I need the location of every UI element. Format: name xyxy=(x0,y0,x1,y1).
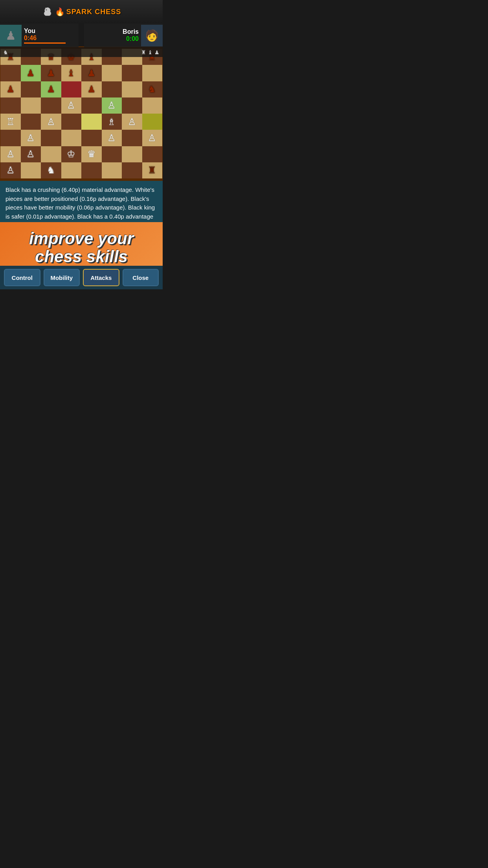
player-you-panel: ♟ You 0:46 xyxy=(0,24,79,47)
sq-h4[interactable] xyxy=(142,114,163,130)
captures-row: ♞ ♜ ♝ ♟ xyxy=(0,47,163,57)
sq-e5[interactable] xyxy=(81,97,102,114)
sq-h2[interactable] xyxy=(142,146,163,162)
sq-g5[interactable] xyxy=(122,97,142,114)
player-you-name: You xyxy=(24,28,76,35)
sq-e1[interactable] xyxy=(81,162,102,178)
player-boris-portrait: 🧑 xyxy=(145,29,159,42)
sq-f4[interactable]: ♗ xyxy=(102,114,122,130)
app-title: SPARK CHESS xyxy=(66,8,121,16)
close-button[interactable]: Close xyxy=(123,269,159,286)
sq-d7[interactable]: ♝ xyxy=(61,65,82,81)
sq-e2[interactable]: ♛ xyxy=(81,146,102,162)
sq-b3[interactable]: ♙ xyxy=(21,130,41,146)
sq-g2[interactable] xyxy=(122,146,142,162)
horse-logo-icon xyxy=(42,6,53,18)
sq-h1[interactable]: ♜ xyxy=(142,162,163,178)
logo-flame-icon: 🔥 xyxy=(55,7,65,17)
you-capture-icon: ♞ xyxy=(3,49,8,55)
promo-line2: chess skills xyxy=(29,248,134,266)
sq-c4[interactable]: ♙ xyxy=(41,114,61,130)
sq-g3[interactable] xyxy=(122,130,142,146)
player-boris-timer: 0:00 xyxy=(123,35,139,42)
sq-d6[interactable] xyxy=(61,81,82,97)
logo-area: 🔥 SPARK CHESS xyxy=(42,6,121,18)
app-title-text: SPARK CHESS xyxy=(66,8,121,16)
sq-h6[interactable]: ♞ xyxy=(142,81,163,97)
attacks-button[interactable]: Attacks xyxy=(83,269,119,286)
sq-d5[interactable]: ♙ xyxy=(61,97,82,114)
sq-a1[interactable]: ♙ xyxy=(0,162,21,178)
promo-line1: improve your xyxy=(29,230,134,248)
sq-d1[interactable] xyxy=(61,162,82,178)
sq-g7[interactable] xyxy=(122,65,142,81)
bottom-buttons: Control Mobility Attacks Close xyxy=(0,266,163,289)
sq-a3[interactable] xyxy=(0,130,21,146)
control-button[interactable]: Control xyxy=(4,269,40,286)
sq-b6[interactable] xyxy=(21,81,41,97)
sq-c2[interactable] xyxy=(41,146,61,162)
promo-text: improve your chess skills xyxy=(29,230,134,266)
sq-c6[interactable]: ♟ xyxy=(41,81,61,97)
boris-capture-icon: ♜ ♝ ♟ xyxy=(141,49,160,55)
sq-e6[interactable]: ♟ xyxy=(81,81,102,97)
sq-a2[interactable]: ♙ xyxy=(0,146,21,162)
sq-d2[interactable]: ♔ xyxy=(61,146,82,162)
sq-f6[interactable] xyxy=(102,81,122,97)
player-boris-name: Boris xyxy=(123,28,139,35)
player-you-silhouette: ♟ xyxy=(6,29,16,42)
player-you-timer-bar xyxy=(24,42,66,44)
player-boris-info: Boris 0:00 xyxy=(120,27,141,44)
sq-c5[interactable] xyxy=(41,97,61,114)
sq-h5[interactable] xyxy=(142,97,163,114)
sq-f3[interactable]: ♙ xyxy=(102,130,122,146)
sq-c7[interactable]: ♟ xyxy=(41,65,61,81)
sq-d4[interactable] xyxy=(61,114,82,130)
sq-g4[interactable]: ♙ xyxy=(122,114,142,130)
sq-a5[interactable] xyxy=(0,97,21,114)
sq-f7[interactable] xyxy=(102,65,122,81)
sq-b1[interactable] xyxy=(21,162,41,178)
sq-b4[interactable] xyxy=(21,114,41,130)
sq-h3[interactable]: ♙ xyxy=(142,130,163,146)
chess-board[interactable]: ♜ ♛ ♚ ♝ ♜ ♟ ♟ ♝ ♟ ♟ xyxy=(0,46,163,181)
sq-b2[interactable]: ♙ xyxy=(21,146,41,162)
sq-a4[interactable]: ♖ xyxy=(0,114,21,130)
sq-d3[interactable] xyxy=(61,130,82,146)
player-you-avatar: ♟ xyxy=(0,25,22,46)
player-you-info: You 0:46 xyxy=(22,26,79,45)
svg-point-0 xyxy=(46,9,47,11)
sq-b7[interactable]: ♟ xyxy=(21,65,41,81)
sq-f1[interactable] xyxy=(102,162,122,178)
sq-b5[interactable] xyxy=(21,97,41,114)
sq-e3[interactable] xyxy=(81,130,102,146)
sq-f5[interactable]: ♙ xyxy=(102,97,122,114)
sq-a6[interactable]: ♟ xyxy=(0,81,21,97)
sq-h7[interactable] xyxy=(142,65,163,81)
sq-c1[interactable]: ♞ xyxy=(41,162,61,178)
sq-c3[interactable] xyxy=(41,130,61,146)
mobility-button[interactable]: Mobility xyxy=(44,269,80,286)
sq-f2[interactable] xyxy=(102,146,122,162)
app-header: 🔥 SPARK CHESS xyxy=(0,0,163,24)
sq-e7[interactable]: ♟ xyxy=(81,65,102,81)
sq-g6[interactable] xyxy=(122,81,142,97)
player-boris-avatar: 🧑 xyxy=(141,25,163,46)
sq-g1[interactable] xyxy=(122,162,142,178)
player-boris-panel: Boris 0:00 🧑 xyxy=(84,24,163,47)
sq-e4[interactable] xyxy=(81,114,102,130)
sq-a7[interactable] xyxy=(0,65,21,81)
player-you-timer: 0:46 xyxy=(24,35,76,42)
